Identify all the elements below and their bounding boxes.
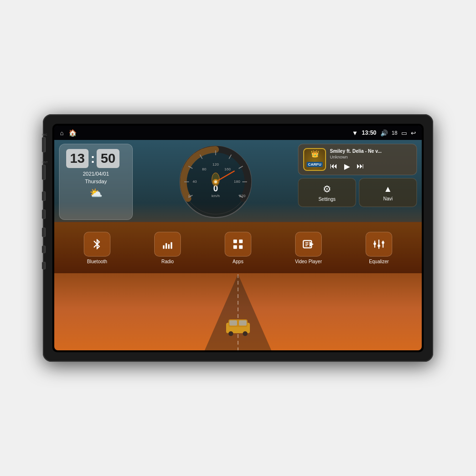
clock-date: 2021/04/01	[66, 171, 126, 177]
bluetooth-label: Bluetooth	[87, 259, 107, 264]
power-button[interactable]	[42, 191, 46, 201]
radio-label: Radio	[161, 259, 174, 264]
action-row: ⚙ Settings ▲ Navi	[298, 178, 417, 207]
settings-label: Settings	[318, 197, 336, 202]
svg-text:40: 40	[192, 179, 197, 184]
volume-level: 18	[392, 130, 397, 136]
volume-up-button[interactable]	[42, 246, 46, 253]
music-info: Smiley ft. Delia - Ne v... Unknown ⏮ ▶ ⏭	[330, 149, 412, 171]
rst-label: RST	[42, 161, 48, 164]
status-time: 13:50	[362, 129, 377, 136]
svg-rect-39	[239, 245, 243, 249]
svg-rect-34	[168, 244, 169, 249]
svg-rect-35	[171, 242, 172, 248]
bluetooth-icon	[91, 238, 103, 250]
status-left: ⌂ 🏠	[60, 129, 77, 137]
music-artist: Unknown	[330, 155, 412, 159]
mic-button[interactable]	[42, 137, 46, 152]
app-bar: Bluetooth Radio	[54, 222, 422, 273]
volume-icon[interactable]: 🔊	[380, 129, 388, 137]
wifi-icon: ▼	[352, 129, 358, 137]
right-block: 👑 CARFU Smiley ft. Delia - Ne v... Unkno…	[298, 144, 417, 220]
svg-text:180: 180	[234, 179, 240, 184]
carfu-logo: CARFU	[307, 162, 323, 167]
navi-button[interactable]: ▲ Navi	[359, 178, 417, 207]
prev-button[interactable]: ⏮	[330, 162, 337, 170]
equalizer-icon	[373, 238, 385, 250]
settings-button[interactable]: ⚙ Settings	[298, 178, 356, 207]
app-item-apps[interactable]: Apps	[203, 232, 273, 264]
home-icon[interactable]: ⌂	[60, 129, 64, 137]
play-button[interactable]: ▶	[344, 162, 350, 171]
svg-point-5	[243, 331, 248, 336]
clock-widget: 13 : 50 2021/04/01 Thursday ⛅	[59, 144, 133, 220]
video-player-label: Video Player	[295, 259, 322, 264]
status-bar: ⌂ 🏠 ▼ 13:50 🔊 18 ▭ ↩	[54, 126, 422, 140]
bluetooth-icon-box	[84, 232, 110, 257]
svg-rect-38	[233, 245, 237, 249]
svg-marker-0	[205, 274, 271, 350]
house-filled-icon[interactable]: 🏠	[69, 129, 77, 137]
svg-text:220: 220	[239, 194, 246, 198]
svg-point-4	[228, 331, 233, 336]
clock-minute: 50	[97, 149, 119, 168]
back-nav-icon[interactable]: ↩	[411, 129, 416, 137]
radio-icon	[161, 238, 174, 250]
home-button[interactable]	[42, 209, 46, 219]
navi-icon: ▲	[384, 184, 392, 194]
clock-hour: 13	[66, 149, 89, 168]
clock-day: Thursday	[66, 178, 126, 184]
album-art: 👑 CARFU	[303, 148, 326, 171]
apps-icon	[232, 238, 244, 250]
car-head-unit: MIC RST ⌂ 🏠	[43, 114, 433, 362]
side-controls: MIC RST	[42, 133, 48, 269]
navi-label: Navi	[383, 196, 393, 201]
svg-rect-7	[239, 320, 247, 326]
svg-rect-33	[166, 243, 167, 248]
app-item-video-player[interactable]: Video Player	[273, 232, 344, 264]
battery-icon: ▭	[401, 129, 407, 137]
svg-text:km/h: km/h	[211, 194, 219, 198]
svg-rect-37	[239, 239, 243, 243]
svg-rect-32	[163, 245, 164, 249]
svg-rect-6	[229, 320, 237, 326]
apps-icon-box	[225, 232, 251, 257]
screen: ⌂ 🏠 ▼ 13:50 🔊 18 ▭ ↩	[54, 126, 422, 350]
weather-icon: ⛅	[66, 187, 126, 199]
widgets-row: 13 : 50 2021/04/01 Thursday ⛅	[54, 140, 422, 222]
svg-point-31	[212, 173, 219, 186]
svg-text:80: 80	[202, 167, 206, 171]
app-item-equalizer[interactable]: Equalizer	[344, 232, 414, 264]
crown-icon: 👑	[311, 150, 319, 158]
volume-down-button[interactable]	[42, 262, 46, 269]
clock-display: 13 : 50	[66, 149, 126, 168]
svg-text:0: 0	[188, 194, 190, 198]
svg-rect-36	[233, 239, 237, 243]
music-controls: ⏮ ▶ ⏭	[330, 162, 412, 171]
speedometer-widget: 0 40 80 120 160 180 220 0	[137, 144, 294, 220]
equalizer-label: Equalizer	[369, 259, 389, 264]
screen-bezel: ⌂ 🏠 ▼ 13:50 🔊 18 ▭ ↩	[52, 124, 424, 352]
music-title: Smiley ft. Delia - Ne v...	[330, 149, 412, 154]
radio-icon-box	[154, 232, 181, 257]
svg-point-50	[382, 241, 384, 244]
svg-point-48	[377, 244, 380, 247]
equalizer-icon-box	[366, 232, 392, 257]
mic-label: MIC	[42, 133, 48, 136]
music-widget[interactable]: 👑 CARFU Smiley ft. Delia - Ne v... Unkno…	[298, 144, 417, 175]
main-content: 13 : 50 2021/04/01 Thursday ⛅	[54, 140, 422, 350]
status-right: ▼ 13:50 🔊 18 ▭ ↩	[352, 129, 416, 137]
speedometer-svg: 0 40 80 120 160 180 220 0	[178, 144, 254, 220]
settings-icon: ⚙	[323, 183, 331, 195]
rst-button[interactable]	[42, 165, 46, 180]
apps-label: Apps	[233, 259, 244, 264]
video-player-icon	[302, 238, 315, 250]
next-button[interactable]: ⏭	[357, 162, 364, 170]
svg-text:160: 160	[224, 167, 231, 171]
svg-point-46	[374, 242, 376, 245]
back-button[interactable]	[42, 228, 46, 237]
svg-text:120: 120	[212, 162, 219, 167]
video-icon-box	[295, 232, 322, 257]
app-item-radio[interactable]: Radio	[132, 232, 203, 264]
app-item-bluetooth[interactable]: Bluetooth	[62, 232, 132, 264]
